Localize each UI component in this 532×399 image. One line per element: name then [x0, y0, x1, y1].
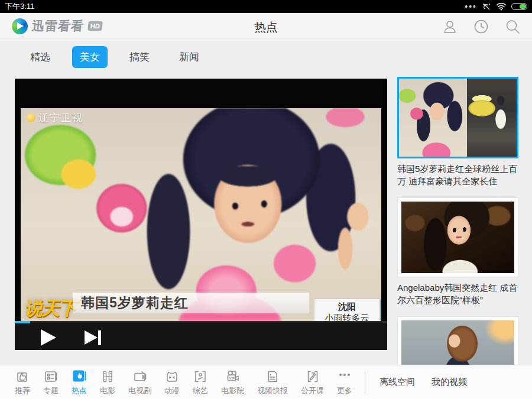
history-icon[interactable]: [472, 18, 490, 35]
tab-featured[interactable]: 精选: [22, 46, 58, 68]
related-videos-sidebar: 韩国5岁萝莉走红全球粉丝上百万 迪拜富豪请其全家长住 Angelababy韩国突…: [397, 77, 518, 399]
thumbnail-photo: [399, 79, 467, 157]
list-item[interactable]: 韩国5岁萝莉走红全球粉丝上百万 迪拜富豪请其全家长住: [397, 77, 518, 187]
weather-overlay: 沈阳 小雨转多云: [314, 299, 380, 321]
status-icons: •••: [465, 2, 527, 11]
nav-item-topics[interactable]: 专题: [37, 369, 65, 396]
video-caption[interactable]: 韩国5岁萝莉走红全球粉丝上百万 迪拜富豪请其全家长住: [397, 163, 518, 187]
hotspot-flame-icon: [72, 369, 87, 384]
bottom-nav: 推荐 专题 热点: [0, 365, 532, 399]
open-course-icon: [305, 369, 320, 384]
news-banner-row: 说天下 韩国5岁萝莉走红 沈阳 小雨转多云: [21, 288, 381, 321]
tv-station-logo-icon: [27, 113, 35, 122]
cinema-icon: VIP: [225, 369, 241, 384]
video-player[interactable]: 辽宁卫视 说天下 韩国5岁萝莉走红 沈阳 小雨转多云: [15, 79, 387, 350]
more-icon: [337, 369, 352, 384]
nav-divider: [365, 372, 365, 393]
next-button[interactable]: [85, 330, 105, 345]
anime-icon: [164, 369, 180, 384]
user-icon[interactable]: [441, 18, 459, 35]
thumbnail-photo: [467, 79, 517, 157]
player-controls: [15, 321, 387, 350]
my-videos-link[interactable]: 我的视频: [423, 377, 475, 388]
video-thumbnail-selected[interactable]: [397, 77, 518, 158]
tv-watermark: 辽宁卫视: [27, 111, 83, 125]
more-dots-icon: •••: [465, 4, 477, 9]
nav-item-open-course[interactable]: 公开课: [294, 369, 330, 396]
recommend-icon: [15, 369, 30, 384]
svg-text:VIP: VIP: [229, 376, 235, 379]
nav-item-tv-series[interactable]: 电视剧: [122, 369, 158, 396]
status-time: 下午3:11: [5, 1, 34, 12]
list-item[interactable]: Angelababy韩国突然走红 成首尔六百整形医院“样板”: [397, 197, 518, 306]
tab-news[interactable]: 新闻: [171, 46, 207, 68]
topics-icon: [43, 369, 59, 384]
nav-item-cinema[interactable]: VIP 电影院: [215, 369, 251, 396]
tab-funny[interactable]: 搞笑: [122, 46, 157, 68]
nav-item-hotspot[interactable]: 热点: [65, 369, 93, 396]
nav-item-more[interactable]: 更多: [330, 369, 359, 396]
nav-item-video-news[interactable]: 视频快报: [251, 369, 294, 396]
movies-icon: [100, 369, 115, 384]
play-button[interactable]: [41, 329, 56, 346]
show-logo: 说天下: [24, 296, 76, 321]
headline-banner: 韩国5岁萝莉走红: [73, 293, 309, 313]
mute-icon: [482, 2, 491, 11]
header: 迅雷看看 HD 热点: [0, 13, 532, 40]
status-bar: 下午3:11 •••: [0, 0, 532, 13]
search-icon[interactable]: [504, 18, 521, 35]
nav-item-variety[interactable]: 综艺: [186, 369, 215, 396]
nav-item-recommend[interactable]: 推荐: [8, 369, 37, 396]
thumbnail-photo: [401, 202, 514, 273]
variety-icon: [193, 369, 208, 384]
tab-beauty[interactable]: 美女: [72, 46, 108, 68]
category-tabs: 精选 美女 搞笑 新闻: [22, 46, 207, 68]
offline-space-link[interactable]: 离线空间: [371, 377, 423, 388]
nav-item-anime[interactable]: 动漫: [158, 369, 186, 396]
video-caption[interactable]: Angelababy韩国突然走红 成首尔六百整形医院“样板”: [397, 281, 518, 306]
tv-series-icon: [132, 369, 148, 384]
battery-icon: [511, 3, 527, 10]
video-frame[interactable]: 辽宁卫视 说天下 韩国5岁萝莉走红 沈阳 小雨转多云: [21, 108, 381, 321]
wifi-icon: [496, 2, 507, 11]
app-screen: 下午3:11 ••• 迅雷看看 HD 热点: [0, 0, 532, 399]
progress-bar[interactable]: [15, 321, 387, 323]
header-actions: [441, 18, 521, 35]
progress-fill: [15, 321, 30, 323]
video-news-icon: [265, 369, 280, 384]
nav-item-movies[interactable]: 电影: [93, 369, 122, 396]
video-thumbnail[interactable]: [397, 197, 518, 277]
